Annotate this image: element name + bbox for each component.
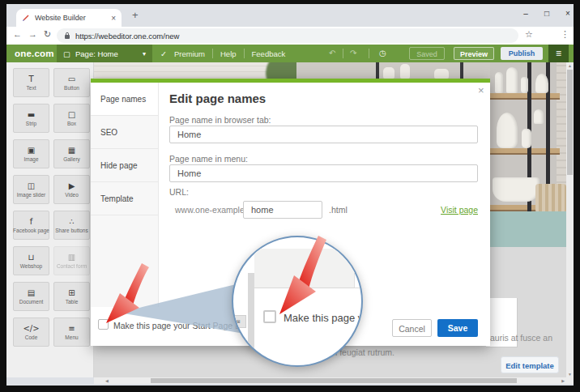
window-maximize-button[interactable]: □ (538, 6, 556, 21)
tab-seo[interactable]: SEO (91, 116, 158, 149)
url-input[interactable]: https://webeditor.one.com/new (57, 28, 518, 43)
photo-vase (535, 74, 548, 93)
url-text: https://webeditor.one.com/new (75, 32, 179, 40)
forward-icon[interactable]: → (28, 29, 37, 39)
chevron-down-icon: ▾ (143, 50, 146, 58)
photo-vase (434, 69, 449, 79)
url-label: URL: (169, 187, 189, 197)
toolbar-menu-group: ✓ Premium Help Feedback (160, 45, 285, 62)
bookmark-star-icon[interactable]: ☆ (525, 29, 533, 40)
scroll-up-icon[interactable]: ▲ (566, 63, 574, 68)
photo-basket (535, 184, 566, 213)
dialog-title: Edit page names (169, 92, 266, 105)
browser-menu-icon[interactable]: ⋮ (561, 29, 569, 40)
vertical-scrollbar-thumb[interactable] (567, 70, 573, 175)
palette-item-video[interactable]: ▶Video (53, 175, 90, 204)
red-arrow-annotation-large (267, 232, 331, 319)
feedback-menu-item[interactable]: Feedback (252, 49, 286, 58)
reload-icon[interactable]: ↻ (44, 29, 51, 40)
url-suffix: .html (329, 205, 348, 215)
table-icon: ⊞ (68, 288, 75, 297)
browser-window: Website Builder × + – □ × ← → ↻ https://… (6, 4, 574, 386)
tab-title: Website Builder (35, 14, 111, 22)
vertical-scrollbar[interactable]: ▲ ▼ (566, 62, 574, 377)
preview-button[interactable]: Preview (454, 47, 494, 60)
divider (369, 49, 369, 58)
palette-item-image[interactable]: ▣Image (13, 139, 49, 168)
photo-vase (495, 72, 503, 93)
scroll-right-icon[interactable]: ▶ (561, 377, 565, 384)
tab-hide-page[interactable]: Hide page (91, 149, 158, 182)
menu-name-label: Page name in menu: (169, 154, 248, 164)
browser-tab-name-field[interactable] (169, 126, 478, 143)
scroll-left-icon[interactable]: ◀ (105, 377, 109, 384)
url-slug-field[interactable] (243, 201, 322, 219)
text-icon: T (28, 75, 33, 83)
gallery-icon: ▦ (68, 146, 75, 155)
palette-item-code[interactable]: </>Code (13, 317, 49, 347)
palette-item-share-buttons[interactable]: ∴Share buttons (53, 211, 90, 240)
divider (212, 49, 213, 58)
tab-close-icon[interactable]: × (111, 14, 116, 23)
scroll-down-icon[interactable]: ▼ (566, 372, 574, 377)
premium-menu-item[interactable]: Premium (174, 49, 205, 58)
palette-item-button[interactable]: ▭Button (53, 68, 90, 97)
photo-vase (506, 67, 518, 93)
browser-tab[interactable]: Website Builder × (16, 9, 122, 27)
contact-form-icon: ▥ (68, 253, 75, 262)
strip-icon: ▬ (28, 110, 35, 119)
undo-icon[interactable]: ↶ (329, 45, 335, 62)
document-icon: ▤ (28, 288, 35, 297)
window-close-button[interactable]: × (559, 6, 574, 21)
image-icon: ▣ (28, 146, 35, 155)
palette-item-gallery[interactable]: ▦Gallery (53, 139, 90, 168)
tab-page-names[interactable]: Page names (91, 83, 158, 116)
horizontal-scrollbar-thumb[interactable] (151, 378, 517, 383)
page-selector-dropdown[interactable]: ▢ Page: Home ▾ (57, 45, 152, 62)
browser-address-bar: ← → ↻ https://webeditor.one.com/new ☆ ⋮ (6, 27, 574, 45)
pencil-favicon-icon (22, 11, 30, 25)
saved-status-badge: Saved (409, 47, 445, 60)
photo-vase (522, 129, 531, 148)
scrollbar-corner (566, 377, 574, 384)
visit-page-link[interactable]: Visit page (415, 205, 478, 215)
close-icon[interactable]: × (478, 84, 484, 96)
box-icon: □ (68, 110, 75, 119)
edit-template-button[interactable]: Edit template (501, 356, 559, 373)
lock-icon (64, 28, 70, 43)
code-icon: </> (23, 324, 39, 333)
button-icon: ▭ (68, 75, 75, 83)
hamburger-menu-icon[interactable]: ≡ (548, 45, 569, 62)
help-menu-item[interactable]: Help (220, 49, 237, 58)
element-palette-sidebar: TText ▭Button ▬Strip □Box ▣Image ▦Galler… (6, 62, 94, 377)
window-minimize-button[interactable]: – (517, 6, 535, 21)
photo-teal-table (490, 211, 566, 247)
redo-icon[interactable]: ↷ (350, 45, 356, 62)
save-button[interactable]: Save (437, 319, 478, 337)
cancel-button[interactable]: Cancel (392, 319, 432, 337)
palette-item-facebook-page[interactable]: fFacebook page (13, 211, 49, 240)
screenshot-root: Website Builder × + – □ × ← → ↻ https://… (0, 0, 580, 392)
palette-item-document[interactable]: ▤Document (13, 282, 49, 311)
photo-vase (383, 67, 394, 79)
palette-item-box[interactable]: □Box (53, 104, 90, 133)
horizontal-scrollbar[interactable]: ◀ ▶ (94, 377, 566, 384)
photo-vase (400, 64, 410, 79)
palette-item-strip[interactable]: ▬Strip (13, 104, 49, 133)
palette-item-table[interactable]: ⊞Table (53, 282, 90, 311)
menu-name-field[interactable] (169, 164, 478, 182)
tab-template[interactable]: Template (91, 182, 158, 215)
palette-item-image-slider[interactable]: ◫Image slider (13, 175, 49, 204)
palette-item-text[interactable]: TText (13, 68, 49, 97)
back-icon[interactable]: ← (13, 29, 22, 39)
palette-item-webshop[interactable]: ⊔Webshop (13, 246, 49, 275)
new-tab-button[interactable]: + (132, 9, 139, 21)
history-clock-icon[interactable]: ◷ (379, 45, 386, 62)
publish-button[interactable]: Publish (501, 47, 543, 60)
red-arrow-annotation-small (96, 260, 154, 328)
facebook-icon: f (30, 217, 33, 226)
photo-vase (497, 113, 518, 148)
palette-item-contact-form: ▥Contact form (53, 246, 90, 275)
browser-tab-bar: Website Builder × + – □ × (6, 4, 574, 27)
palette-item-menu[interactable]: ≡Menu (53, 317, 90, 347)
